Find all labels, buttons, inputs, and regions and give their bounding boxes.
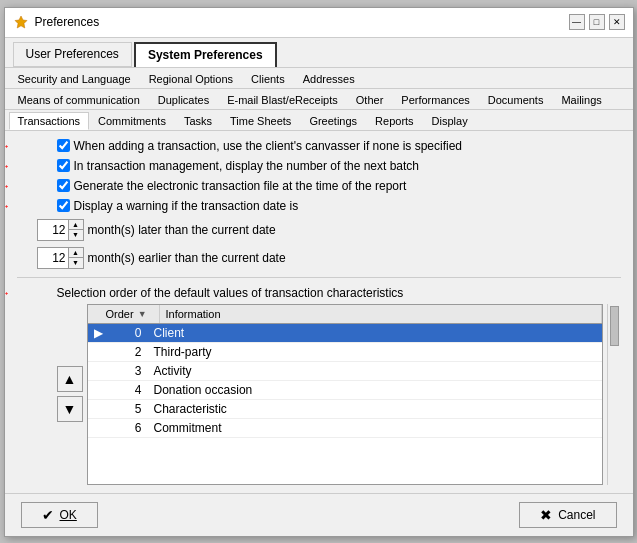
annotation-b: B → — [5, 158, 11, 174]
subtab-duplicates[interactable]: Duplicates — [149, 91, 218, 109]
subtab-performances[interactable]: Performances — [392, 91, 478, 109]
col-header-info: Information — [160, 305, 602, 323]
window-title: Preferences — [35, 15, 100, 29]
subtab-email[interactable]: E-mail Blast/eReceipts — [218, 91, 347, 109]
tab-system-preferences[interactable]: System Preferences — [134, 42, 277, 67]
subtab-means[interactable]: Means of communication — [9, 91, 149, 109]
ok-icon: ✔ — [42, 507, 54, 523]
header-spacer — [88, 305, 100, 323]
cell-order: 2 — [100, 343, 148, 361]
cell-info: Donation occasion — [148, 381, 602, 399]
spinner-later-buttons: ▲ ▼ — [68, 220, 83, 240]
subtab-tasks[interactable]: Tasks — [175, 112, 221, 130]
subtab-addresses[interactable]: Addresses — [294, 70, 364, 88]
spinner-earlier-buttons: ▲ ▼ — [68, 248, 83, 268]
subtab-clients[interactable]: Clients — [242, 70, 294, 88]
option-c-label[interactable]: Generate the electronic transaction file… — [57, 179, 407, 193]
table-row[interactable]: 4 Donation occasion — [88, 381, 602, 400]
ok-button[interactable]: ✔ OK — [21, 502, 98, 528]
annotation-c: C → — [5, 178, 11, 194]
spinner-earlier-down[interactable]: ▼ — [69, 258, 83, 268]
preferences-window: Preferences — □ ✕ User Preferences Syste… — [4, 7, 634, 537]
subtab-transactions[interactable]: Transactions — [9, 112, 90, 130]
sub-tabs-row-1: Security and Language Regional Options C… — [5, 68, 633, 89]
spinner-earlier-box[interactable]: ▲ ▼ — [37, 247, 84, 269]
subtab-mailings[interactable]: Mailings — [552, 91, 610, 109]
spinner-later-group: ▲ ▼ month(s) later than the current date — [37, 219, 621, 241]
spinner-later-input[interactable] — [38, 220, 68, 240]
spinner-later-box[interactable]: ▲ ▼ — [37, 219, 84, 241]
window-controls: — □ ✕ — [569, 14, 625, 30]
subtab-display[interactable]: Display — [423, 112, 477, 130]
subtab-greetings[interactable]: Greetings — [300, 112, 366, 130]
data-table: Order ▼ Information ▶ 0 Client — [87, 304, 603, 485]
table-row[interactable]: 6 Commitment — [88, 419, 602, 438]
spinner-earlier-input[interactable] — [38, 248, 68, 268]
table-body: ▶ 0 Client 2 Third-party 3 — [88, 324, 602, 484]
move-up-button[interactable]: ▲ — [57, 366, 83, 392]
table-row[interactable]: 2 Third-party — [88, 343, 602, 362]
minimize-button[interactable]: — — [569, 14, 585, 30]
divider — [17, 277, 621, 278]
spinner-earlier-group: ▲ ▼ month(s) earlier than the current da… — [37, 247, 621, 269]
cell-order: 4 — [100, 381, 148, 399]
cell-info: Third-party — [148, 343, 602, 361]
selection-section: E → Selection order of the default value… — [17, 286, 621, 485]
move-down-button[interactable]: ▼ — [57, 396, 83, 422]
tab-user-preferences[interactable]: User Preferences — [13, 42, 132, 67]
option-d-checkbox[interactable] — [57, 199, 70, 212]
table-container: ▲ ▼ Order ▼ Information — [17, 304, 621, 485]
option-c-checkbox[interactable] — [57, 179, 70, 192]
row-indicator — [88, 426, 100, 430]
col-header-order: Order ▼ — [100, 305, 160, 323]
row-indicator — [88, 388, 100, 392]
selection-label-text: Selection order of the default values of… — [57, 286, 404, 300]
option-a-checkbox[interactable] — [57, 139, 70, 152]
cancel-icon: ✖ — [540, 507, 552, 523]
option-row-a: A → When adding a transaction, use the c… — [17, 139, 621, 153]
cell-order: 5 — [100, 400, 148, 418]
spinner-earlier-up[interactable]: ▲ — [69, 248, 83, 258]
table-row[interactable]: 3 Activity — [88, 362, 602, 381]
scrollbar[interactable] — [607, 304, 621, 485]
maximize-button[interactable]: □ — [589, 14, 605, 30]
table-row[interactable]: ▶ 0 Client — [88, 324, 602, 343]
annotation-a: A → — [5, 138, 11, 154]
subtab-reports[interactable]: Reports — [366, 112, 423, 130]
subtab-commitments[interactable]: Commitments — [89, 112, 175, 130]
cell-info: Activity — [148, 362, 602, 380]
cancel-label: Cancel — [558, 508, 595, 522]
scrollbar-thumb[interactable] — [610, 306, 619, 346]
cell-order: 6 — [100, 419, 148, 437]
option-b-checkbox[interactable] — [57, 159, 70, 172]
sub-tabs-row-2: Means of communication Duplicates E-mail… — [5, 89, 633, 110]
option-row-d: D → Display a warning if the transaction… — [17, 199, 621, 213]
spinner-earlier-label: month(s) earlier than the current date — [88, 251, 286, 265]
cell-info: Commitment — [148, 419, 602, 437]
sub-tabs-row-3: Transactions Commitments Tasks Time Shee… — [5, 110, 633, 131]
spinner-later-down[interactable]: ▼ — [69, 230, 83, 240]
option-b-label[interactable]: In transaction management, display the n… — [57, 159, 420, 173]
title-bar: Preferences — □ ✕ — [5, 8, 633, 38]
subtab-security[interactable]: Security and Language — [9, 70, 140, 88]
table-header: Order ▼ Information — [88, 305, 602, 324]
close-button[interactable]: ✕ — [609, 14, 625, 30]
annotation-d: D → — [5, 198, 11, 214]
cell-info: Characteristic — [148, 400, 602, 418]
subtab-documents[interactable]: Documents — [479, 91, 553, 109]
subtab-regional[interactable]: Regional Options — [140, 70, 242, 88]
option-row-c: C → Generate the electronic transaction … — [17, 179, 621, 193]
title-bar-left: Preferences — [13, 14, 100, 30]
spinner-later-up[interactable]: ▲ — [69, 220, 83, 230]
bottom-buttons: ✔ OK ✖ Cancel — [5, 493, 633, 536]
subtab-timesheets[interactable]: Time Sheets — [221, 112, 300, 130]
row-indicator — [88, 369, 100, 373]
cell-order: 0 — [100, 324, 148, 342]
move-buttons: ▲ ▼ — [57, 304, 83, 485]
table-row[interactable]: 5 Characteristic — [88, 400, 602, 419]
annotation-e: E → — [5, 285, 11, 301]
cancel-button[interactable]: ✖ Cancel — [519, 502, 616, 528]
subtab-other[interactable]: Other — [347, 91, 393, 109]
option-a-label[interactable]: When adding a transaction, use the clien… — [57, 139, 463, 153]
option-d-label[interactable]: Display a warning if the transaction dat… — [57, 199, 299, 213]
